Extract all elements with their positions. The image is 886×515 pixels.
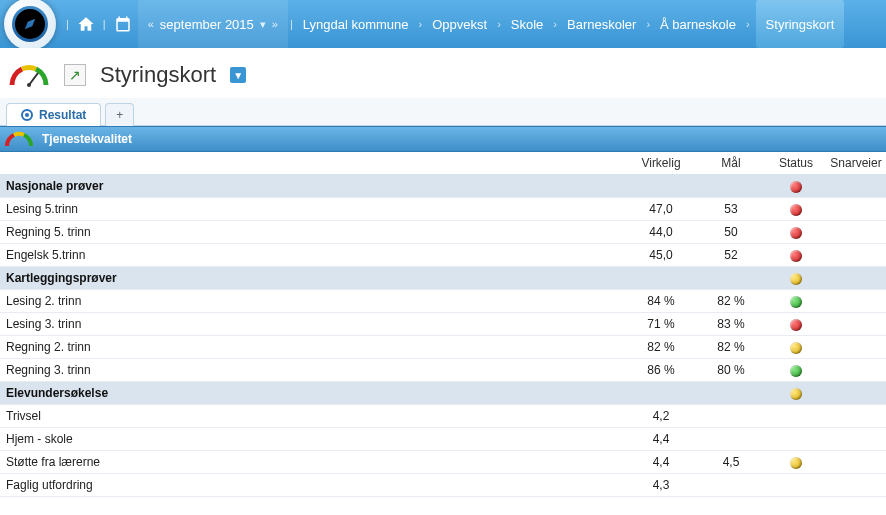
- row-status: [766, 313, 826, 336]
- row-status: [766, 221, 826, 244]
- table-row[interactable]: Trivsel4,2: [0, 405, 886, 428]
- status-led-red: [790, 319, 802, 331]
- row-snarveier: [826, 405, 886, 428]
- row-maal: [696, 428, 766, 451]
- row-maal: 52: [696, 244, 766, 267]
- status-led-red: [790, 250, 802, 262]
- row-snarveier: [826, 474, 886, 497]
- breadcrumb-label: Lyngdal kommune: [303, 17, 409, 32]
- row-status: [766, 198, 826, 221]
- row-maal: [696, 175, 766, 198]
- row-label: Lesing 2. trinn: [0, 290, 626, 313]
- row-maal: 80 %: [696, 359, 766, 382]
- row-label: Nasjonale prøver: [0, 175, 626, 198]
- row-label: Trivsel: [0, 405, 626, 428]
- row-label: Regning 2. trinn: [0, 336, 626, 359]
- row-snarveier: [826, 175, 886, 198]
- row-snarveier: [826, 267, 886, 290]
- chevron-down-icon: ▾: [260, 18, 266, 31]
- chevron-right-icon: ›: [495, 18, 503, 30]
- row-virkelig: [626, 267, 696, 290]
- row-snarveier: [826, 244, 886, 267]
- table-row[interactable]: Engelsk 5.trinn45,052: [0, 244, 886, 267]
- row-snarveier: [826, 290, 886, 313]
- breadcrumb-item[interactable]: Å barneskole: [652, 0, 744, 48]
- chevron-down-icon: ▼: [233, 70, 243, 81]
- compass-icon: [12, 6, 48, 42]
- breadcrumb-label: Skole: [511, 17, 544, 32]
- row-virkelig: 45,0: [626, 244, 696, 267]
- calendar-button[interactable]: [108, 0, 138, 48]
- row-label: Lesing 3. trinn: [0, 313, 626, 336]
- row-status: [766, 244, 826, 267]
- gauge-icon: [8, 63, 50, 87]
- row-virkelig: 82 %: [626, 336, 696, 359]
- row-virkelig: 84 %: [626, 290, 696, 313]
- page-title: Styringskort: [100, 62, 216, 88]
- row-snarveier: [826, 451, 886, 474]
- row-label: Støtte fra lærerne: [0, 451, 626, 474]
- row-snarveier: [826, 382, 886, 405]
- expand-button[interactable]: ↗: [64, 64, 86, 86]
- period-selector[interactable]: « september 2015 ▾ »: [138, 0, 288, 48]
- row-maal: 83 %: [696, 313, 766, 336]
- table-header-row: Virkelig Mål Status Snarveier: [0, 152, 886, 175]
- row-status: [766, 405, 826, 428]
- breadcrumb-current[interactable]: Styringskort: [756, 0, 845, 48]
- home-button[interactable]: [71, 0, 101, 48]
- indicator-icon: [21, 109, 33, 121]
- table-group-row[interactable]: Elevundersøkelse: [0, 382, 886, 405]
- row-virkelig: 86 %: [626, 359, 696, 382]
- table-group-row[interactable]: Nasjonale prøver: [0, 175, 886, 198]
- breadcrumb-item[interactable]: Skole: [503, 0, 552, 48]
- tab-add[interactable]: +: [105, 103, 134, 126]
- table-row[interactable]: Regning 2. trinn82 %82 %: [0, 336, 886, 359]
- title-row: ↗ Styringskort ▼: [0, 48, 886, 98]
- col-virkelig: Virkelig: [626, 152, 696, 175]
- table-row[interactable]: Regning 5. trinn44,050: [0, 221, 886, 244]
- row-maal: 4,5: [696, 451, 766, 474]
- row-maal: [696, 474, 766, 497]
- breadcrumb-label: Barneskoler: [567, 17, 636, 32]
- row-label: Regning 3. trinn: [0, 359, 626, 382]
- tab-resultat[interactable]: Resultat: [6, 103, 101, 126]
- row-maal: [696, 382, 766, 405]
- row-label: Engelsk 5.trinn: [0, 244, 626, 267]
- row-label: Elevundersøkelse: [0, 382, 626, 405]
- status-led-yellow: [790, 342, 802, 354]
- row-snarveier: [826, 336, 886, 359]
- calendar-icon: [114, 15, 132, 33]
- table-row[interactable]: Regning 3. trinn86 %80 %: [0, 359, 886, 382]
- home-icon: [77, 15, 95, 33]
- table-row[interactable]: Lesing 5.trinn47,053: [0, 198, 886, 221]
- app-logo[interactable]: [4, 0, 56, 48]
- row-label: Lesing 5.trinn: [0, 198, 626, 221]
- divider: |: [288, 0, 295, 48]
- table-row[interactable]: Lesing 2. trinn84 %82 %: [0, 290, 886, 313]
- table-row[interactable]: Faglig utfordring4,3: [0, 474, 886, 497]
- divider: |: [101, 0, 108, 48]
- status-led-yellow: [790, 388, 802, 400]
- breadcrumb-item[interactable]: Oppvekst: [424, 0, 495, 48]
- breadcrumb-item[interactable]: Barneskoler: [559, 0, 644, 48]
- col-snarveier: Snarveier: [826, 152, 886, 175]
- row-maal: 50: [696, 221, 766, 244]
- section-bar: Tjenestekvalitet: [0, 126, 886, 152]
- status-led-red: [790, 204, 802, 216]
- row-status: [766, 267, 826, 290]
- status-led-yellow: [790, 457, 802, 469]
- col-maal: Mål: [696, 152, 766, 175]
- table-row[interactable]: Lesing 3. trinn71 %83 %: [0, 313, 886, 336]
- row-virkelig: 4,2: [626, 405, 696, 428]
- row-virkelig: 71 %: [626, 313, 696, 336]
- status-led-red: [790, 181, 802, 193]
- table-row[interactable]: Hjem - skole4,4: [0, 428, 886, 451]
- title-dropdown[interactable]: ▼: [230, 67, 246, 83]
- table-row[interactable]: Støtte fra lærerne4,44,5: [0, 451, 886, 474]
- breadcrumb-item[interactable]: Lyngdal kommune: [295, 0, 417, 48]
- divider: |: [64, 0, 71, 48]
- table-group-row[interactable]: Kartleggingsprøver: [0, 267, 886, 290]
- tab-label: Resultat: [39, 108, 86, 122]
- breadcrumb-label: Styringskort: [766, 17, 835, 32]
- row-maal: [696, 405, 766, 428]
